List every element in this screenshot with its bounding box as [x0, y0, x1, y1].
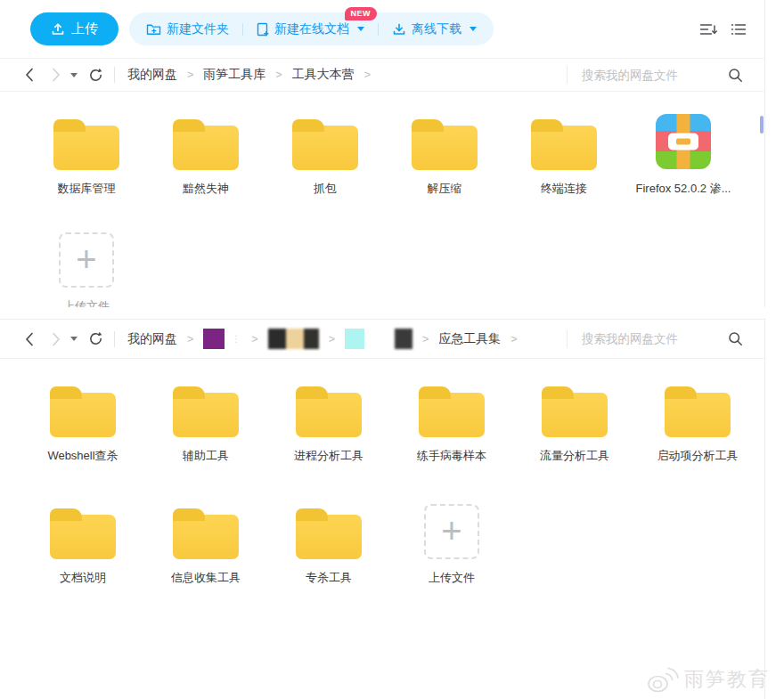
weibo-logo-icon [646, 665, 680, 694]
new-doc-label: 新建在线文档 [274, 21, 349, 37]
archive-icon [656, 114, 711, 169]
upload-plus-box: + [59, 232, 114, 288]
bottom-breadcrumb-row: 我的网盘>⋮>>>应急工具集> [0, 320, 764, 359]
search-input[interactable] [582, 69, 723, 82]
top-breadcrumb-row: 我的网盘>雨笋工具库>工具大本营> [0, 59, 764, 92]
forward-icon[interactable] [52, 332, 61, 346]
file-item[interactable]: 辅助工具 [144, 380, 267, 502]
refresh-icon[interactable] [88, 68, 103, 83]
file-item[interactable]: 流量分析工具 [513, 380, 636, 502]
new-folder-label: 新建文件夹 [167, 21, 229, 37]
folder-icon [173, 515, 239, 559]
icon-wrap [412, 113, 478, 170]
file-name: 数据库管理 [58, 181, 116, 197]
file-item[interactable]: 抓包 [265, 113, 385, 231]
upload-tile[interactable]: +上传文件 [390, 502, 513, 624]
new-doc-icon [257, 22, 269, 37]
search-input[interactable] [582, 332, 723, 345]
icon-wrap [296, 502, 362, 559]
file-item[interactable]: 启动项分析工具 [636, 380, 759, 502]
icon-wrap [296, 380, 362, 437]
top-toolbar: 上传 新建文件夹 NEW 新建在线文档 [0, 0, 764, 59]
search-cluster [567, 66, 743, 84]
folder-icon [173, 126, 239, 170]
file-item[interactable]: 解压缩 [385, 113, 504, 231]
breadcrumb-item[interactable]: 雨笋工具库 [203, 67, 265, 83]
archive-buckle [668, 134, 698, 150]
icon-wrap: + [59, 231, 114, 288]
search-icon[interactable] [728, 68, 743, 83]
file-item[interactable]: 专杀工具 [267, 502, 390, 624]
panel-top: 上传 新建文件夹 NEW 新建在线文档 [0, 0, 765, 307]
search-divider [567, 330, 568, 348]
icon-wrap [173, 380, 239, 437]
offline-download-label: 离线下载 [412, 21, 461, 37]
icon-wrap: + [424, 502, 479, 559]
file-name: Firefox 52.0.2 渗... [636, 181, 731, 197]
file-name: 终端连接 [541, 181, 587, 197]
refresh-icon[interactable] [88, 331, 103, 346]
toolbar-group: 新建文件夹 NEW 新建在线文档 离线 [129, 12, 494, 45]
list-view-icon[interactable] [731, 23, 747, 36]
icon-wrap [50, 502, 116, 559]
history-caret-icon[interactable] [70, 337, 78, 341]
breadcrumb-item[interactable]: 我的网盘 [127, 67, 177, 83]
folder-icon [173, 393, 239, 437]
icon-wrap [173, 113, 239, 170]
breadcrumb-separator: > [329, 333, 335, 345]
file-name: 信息收集工具 [171, 570, 241, 586]
breadcrumb-item[interactable]: 我的网盘 [127, 331, 177, 347]
chevron-down-icon [470, 27, 477, 31]
file-name: 辅助工具 [183, 448, 229, 464]
file-item[interactable]: 进程分析工具 [267, 380, 390, 502]
file-grid-bottom: Webshell查杀辅助工具进程分析工具练手病毒样本流量分析工具启动项分析工具文… [0, 359, 764, 624]
file-item[interactable]: 文档说明 [21, 502, 144, 624]
file-item[interactable]: 练手病毒样本 [390, 380, 513, 502]
sort-icon[interactable] [699, 23, 717, 36]
breadcrumb-item[interactable]: 应急工具集 [438, 331, 501, 347]
new-folder-button[interactable]: 新建文件夹 [146, 21, 229, 37]
ellipsis-dots: ⋮ [232, 334, 241, 344]
back-icon[interactable] [25, 332, 34, 346]
file-name: 上传文件 [63, 298, 110, 307]
upload-button[interactable]: 上传 [30, 12, 118, 45]
icon-wrap [542, 380, 608, 437]
watermark-label: 雨笋教育 [684, 666, 770, 693]
icon-wrap [419, 380, 485, 437]
folder-icon [419, 393, 485, 437]
nav-divider [114, 331, 115, 347]
search-cluster [567, 330, 743, 348]
redacted-block [345, 329, 364, 349]
archive-buckle-hole [676, 139, 690, 145]
watermark: 雨笋教育 [646, 665, 770, 694]
offline-download-button[interactable]: 离线下载 [392, 21, 477, 37]
search-icon[interactable] [728, 331, 743, 346]
file-item[interactable]: 终端连接 [504, 113, 624, 231]
upload-tile[interactable]: +上传文件 [27, 231, 146, 307]
file-item[interactable]: Webshell查杀 [21, 380, 144, 502]
breadcrumb-item[interactable]: 工具大本营 [292, 67, 355, 83]
file-item[interactable]: 信息收集工具 [144, 502, 267, 624]
scrollbar-thumb[interactable] [760, 116, 764, 134]
file-item[interactable]: Firefox 52.0.2 渗... [624, 113, 743, 231]
history-caret-icon[interactable] [70, 73, 78, 77]
folder-icon [292, 126, 358, 170]
file-name: 上传文件 [429, 570, 475, 586]
forward-icon[interactable] [52, 68, 61, 82]
back-icon[interactable] [25, 68, 34, 82]
icon-wrap [665, 380, 731, 437]
new-doc-button[interactable]: NEW 新建在线文档 [257, 21, 364, 37]
icon-wrap [173, 502, 239, 559]
breadcrumb-separator: > [275, 69, 282, 81]
redacted-block [395, 329, 412, 349]
file-item[interactable]: 黯然失神 [146, 113, 265, 231]
folder-icon [531, 126, 597, 170]
breadcrumb: 我的网盘>雨笋工具库>工具大本营> [127, 67, 380, 83]
icon-wrap [656, 113, 711, 170]
file-name: 进程分析工具 [294, 448, 363, 464]
file-name: 抓包 [314, 181, 337, 197]
upload-button-label: 上传 [71, 20, 98, 37]
upload-icon [51, 22, 65, 37]
file-item[interactable]: 数据库管理 [27, 113, 146, 231]
file-name: Webshell查杀 [47, 448, 118, 464]
